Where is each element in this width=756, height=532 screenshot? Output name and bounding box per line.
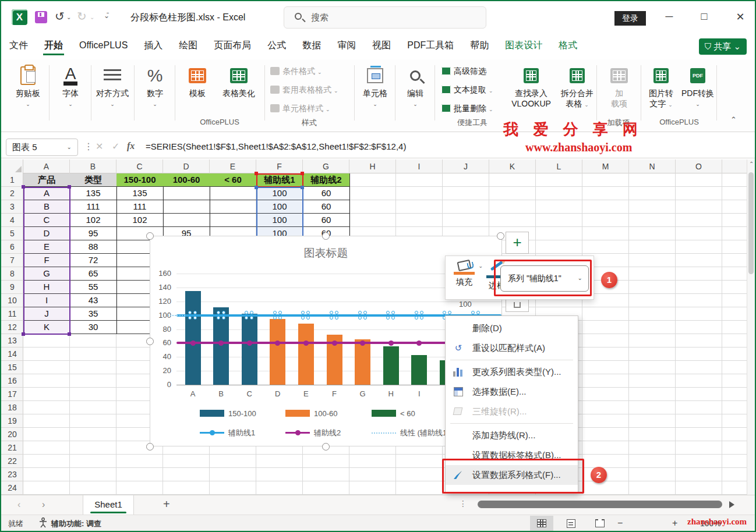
selected-point-辅助线1-I[interactable]: [415, 311, 424, 320]
row-header-8[interactable]: 8: [1, 267, 23, 281]
cell-C1[interactable]: 150-100: [116, 173, 164, 187]
cell-A1[interactable]: 产品: [23, 173, 70, 187]
column-header-C[interactable]: C: [116, 159, 163, 173]
quick-access-customize-icon[interactable]: ⌄̄: [104, 12, 109, 20]
row-header-18[interactable]: 18: [1, 401, 23, 414]
bar-H[interactable]: [383, 346, 399, 385]
row-header-5[interactable]: 5: [1, 227, 23, 240]
cell-E1[interactable]: < 60: [210, 173, 257, 187]
row-header-7[interactable]: 7: [1, 254, 23, 267]
row-header-9[interactable]: 9: [1, 281, 23, 294]
legend-item-100-60[interactable]: 100-60: [285, 409, 337, 418]
view-normal-button[interactable]: [530, 516, 553, 531]
share-button[interactable]: ⛉ 共享 ⌄: [699, 38, 747, 55]
selected-point-辅助线1-E[interactable]: [301, 311, 310, 320]
row-header-21[interactable]: 21: [1, 441, 23, 455]
column-header-K[interactable]: K: [489, 159, 536, 173]
login-button[interactable]: 登录: [614, 11, 646, 26]
chart-handle-top-mid[interactable]: [322, 232, 330, 240]
column-header-I[interactable]: I: [396, 159, 443, 173]
point-辅助线2-E[interactable]: [303, 341, 309, 346]
cell-D4[interactable]: [163, 214, 210, 227]
tab-公式[interactable]: 公式: [259, 34, 294, 56]
font-group-button[interactable]: A 字体⌄: [52, 64, 89, 107]
horizontal-scrollbar-thumb[interactable]: [478, 501, 722, 508]
vertical-scrollbar[interactable]: ⌃: [747, 159, 755, 495]
row-header-13[interactable]: 13: [1, 334, 23, 347]
undo-chevron-icon[interactable]: ⌄: [66, 14, 71, 20]
column-header-G[interactable]: G: [303, 159, 349, 173]
point-辅助线2-B[interactable]: [218, 341, 224, 346]
tab-scroll-divider[interactable]: ⋮: [459, 499, 467, 508]
column-header-D[interactable]: D: [163, 159, 210, 173]
column-header-H[interactable]: H: [349, 159, 396, 173]
column-header-F[interactable]: F: [256, 159, 303, 173]
selected-point-辅助线1-H[interactable]: [386, 311, 395, 320]
column-header-O[interactable]: O: [676, 159, 722, 173]
alignment-group-button[interactable]: 对齐方式⌄: [93, 64, 132, 107]
selected-point-辅助线1-G[interactable]: [358, 311, 368, 320]
cell-B5[interactable]: 95: [70, 227, 117, 240]
sheet-nav-prev-icon[interactable]: ‹: [17, 499, 20, 510]
tab-图表设计[interactable]: 图表设计: [497, 34, 550, 56]
name-box[interactable]: 图表 5⌄: [6, 139, 78, 156]
tab-开始[interactable]: 开始: [36, 34, 71, 56]
add-sheet-button[interactable]: +: [163, 498, 170, 511]
cell-B9[interactable]: 55: [70, 281, 117, 294]
cell-E3[interactable]: [210, 200, 257, 214]
bar-D[interactable]: [270, 319, 285, 385]
advanced-filter-button[interactable]: 高级筛选: [441, 66, 486, 77]
column-header-N[interactable]: N: [629, 159, 676, 173]
tab-绘图[interactable]: 绘图: [171, 34, 206, 56]
menu-item-选择数据[interactable]: 选择数据(E)...: [446, 382, 578, 402]
row-header-15[interactable]: 15: [1, 361, 23, 374]
sheet-nav-next-icon[interactable]: ›: [42, 499, 45, 510]
column-header-J[interactable]: J: [443, 159, 489, 173]
tab-OfficePLUS[interactable]: OfficePLUS: [71, 34, 136, 55]
row-header-11[interactable]: 11: [1, 307, 23, 321]
vertical-scrollbar-thumb[interactable]: [748, 172, 754, 274]
row-header-3[interactable]: 3: [1, 200, 23, 214]
cell-D3[interactable]: [163, 200, 210, 214]
cell-G4[interactable]: 60: [303, 214, 350, 227]
bar-I[interactable]: [411, 355, 427, 385]
trendline-线性 (辅助线1)[interactable]: [168, 315, 185, 316]
insert-function-icon[interactable]: fx: [127, 141, 135, 151]
cell-B2[interactable]: 135: [70, 187, 117, 200]
selected-point-辅助线1-A[interactable]: [188, 311, 197, 320]
cell-B10[interactable]: 43: [70, 294, 117, 307]
sheet-tab-active[interactable]: Sheet1: [83, 495, 134, 515]
clipboard-group-button[interactable]: 剪贴板⌄: [8, 64, 48, 107]
cell-G3[interactable]: 60: [303, 200, 350, 214]
view-page-layout-button[interactable]: [559, 516, 582, 531]
row-header-12[interactable]: 12: [1, 321, 23, 334]
tab-插入[interactable]: 插入: [136, 34, 171, 56]
tab-文件[interactable]: 文件: [1, 34, 36, 56]
pdf-convert-button[interactable]: PDF PDF转换⌄: [680, 64, 715, 107]
chart-add-element-button[interactable]: +: [506, 232, 529, 254]
selected-point-辅助线1-F[interactable]: [330, 311, 339, 320]
cell-C3[interactable]: 111: [116, 200, 164, 214]
cell-G1[interactable]: 辅助线2: [303, 173, 350, 187]
tab-PDF工具箱[interactable]: PDF工具箱: [399, 34, 462, 56]
cell-B1[interactable]: 类型: [70, 173, 117, 187]
row-header-23[interactable]: 23: [1, 468, 23, 481]
selected-point-辅助线1-D[interactable]: [273, 311, 282, 320]
point-辅助线2-F[interactable]: [332, 341, 337, 346]
cell-E2[interactable]: [210, 187, 257, 200]
cell-B4[interactable]: 102: [70, 214, 117, 227]
cell-B3[interactable]: 111: [70, 200, 117, 214]
cell-C2[interactable]: 135: [116, 187, 164, 200]
chart-handle-top-left[interactable]: [146, 232, 154, 240]
undo-icon[interactable]: ↺: [55, 9, 65, 23]
menu-item-删除[interactable]: 删除(D): [446, 318, 578, 338]
legend-item-< 60[interactable]: < 60: [372, 409, 415, 418]
zoom-out-icon[interactable]: −: [617, 518, 623, 529]
legend-item-150-100[interactable]: 150-100: [200, 409, 256, 418]
cell-E4[interactable]: [210, 214, 257, 227]
row-header-6[interactable]: 6: [1, 240, 23, 254]
template-button[interactable]: 模板: [179, 64, 216, 99]
row-header-16[interactable]: 16: [1, 374, 23, 388]
accessibility-status[interactable]: 辅助功能: 调查: [51, 519, 101, 529]
menu-item-重设以匹配样式[interactable]: ↺重设以匹配样式(A): [446, 338, 578, 358]
